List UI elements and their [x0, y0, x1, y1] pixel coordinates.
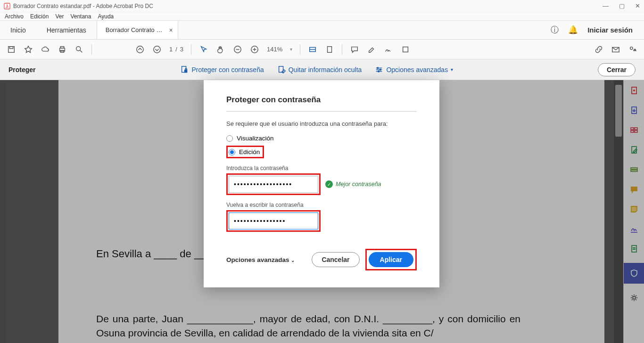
protect-title: Proteger: [8, 66, 36, 74]
save-icon[interactable]: [7, 45, 16, 54]
comment-icon[interactable]: [350, 45, 359, 54]
password-input[interactable]: [229, 176, 318, 193]
protect-close-button[interactable]: Cerrar: [598, 63, 636, 76]
svg-point-28: [380, 69, 381, 70]
check-icon: ✓: [325, 180, 333, 188]
svg-rect-22: [184, 70, 187, 73]
svg-rect-4: [60, 46, 64, 48]
password-protect-dialog: Proteger con contraseña Se requiere que …: [204, 80, 439, 287]
acrobat-icon: [4, 3, 10, 9]
password-strength: ✓ Mejor contraseña: [325, 180, 381, 188]
radio-edicion[interactable]: Edición: [226, 146, 264, 158]
close-window-button[interactable]: ✕: [635, 2, 640, 9]
menubar: Archivo Edición Ver Ventana Ayuda: [0, 12, 644, 21]
radio-visualizacion[interactable]: Visualización: [226, 135, 417, 142]
tab-document[interactable]: Borrador Contrato … ×: [97, 21, 178, 39]
fit-page-icon[interactable]: [325, 45, 334, 54]
chevron-down-icon: ▾: [451, 67, 453, 72]
dialog-subtitle: Se requiere que el usuario introduzca un…: [226, 120, 417, 127]
page-indicator: 1 / 3: [169, 46, 183, 53]
zoom-dropdown-icon[interactable]: ▾: [290, 47, 292, 52]
advanced-options-button[interactable]: Opciones avanzadas ▾: [375, 65, 453, 74]
protect-toolbar: Proteger Proteger con contraseña Quitar …: [0, 59, 644, 80]
cancel-button[interactable]: Cancelar: [312, 252, 359, 267]
zoom-out-icon[interactable]: [233, 45, 242, 54]
svg-rect-17: [403, 47, 408, 52]
tabs-row: Inicio Herramientas Borrador Contrato … …: [0, 21, 644, 40]
dialog-title: Proteger con contraseña: [226, 95, 417, 112]
page-total: 3: [180, 46, 183, 53]
pointer-icon[interactable]: [199, 45, 208, 54]
remove-hidden-info-button[interactable]: Quitar información oculta: [277, 65, 362, 74]
password-repeat-input[interactable]: [229, 212, 318, 229]
main-toolbar: 1 / 3 141% ▾: [0, 40, 644, 59]
tab-inicio[interactable]: Inicio: [0, 21, 36, 39]
label-password-repeat: Vuelva a escribir la contraseña: [226, 202, 417, 208]
help-icon[interactable]: ⓘ: [551, 24, 559, 35]
apply-button[interactable]: Aplicar: [369, 252, 413, 267]
hand-icon[interactable]: [216, 45, 225, 54]
cloud-icon[interactable]: [41, 45, 50, 54]
svg-rect-1: [8, 46, 15, 52]
lock-page-icon: [180, 65, 189, 74]
link-icon[interactable]: [594, 45, 603, 54]
window-title: Borrador Contrato estandar.pdf - Adobe A…: [13, 3, 603, 9]
label-password: Introduzca la contraseña: [226, 165, 417, 172]
page-current: 1: [169, 46, 173, 53]
eraser-page-icon: [277, 65, 286, 74]
svg-point-29: [378, 71, 380, 72]
menu-ver[interactable]: Ver: [55, 13, 64, 20]
tab-herramientas[interactable]: Herramientas: [36, 21, 97, 39]
zoom-in-icon[interactable]: [250, 45, 259, 54]
svg-rect-16: [328, 46, 332, 52]
svg-rect-2: [9, 46, 13, 49]
chevron-down-icon: ⌄: [291, 258, 295, 263]
titlebar: Borrador Contrato estandar.pdf - Adobe A…: [0, 0, 644, 12]
svg-point-27: [377, 67, 379, 69]
radio-icon-selected: [229, 149, 235, 155]
svg-point-6: [76, 46, 81, 50]
bell-icon[interactable]: 🔔: [568, 25, 578, 35]
menu-edicion[interactable]: Edición: [30, 13, 49, 20]
svg-line-7: [80, 50, 83, 52]
protect-password-button[interactable]: Proteger con contraseña: [180, 65, 264, 74]
dialog-advanced-options[interactable]: Opciones avanzadas ⌄: [226, 256, 295, 263]
svg-point-9: [154, 46, 160, 52]
menu-ventana[interactable]: Ventana: [70, 13, 91, 20]
zoom-level[interactable]: 141%: [267, 46, 282, 53]
menu-ayuda[interactable]: Ayuda: [98, 13, 114, 20]
fit-width-icon[interactable]: [308, 45, 317, 54]
star-icon[interactable]: [24, 45, 33, 54]
search-icon[interactable]: [74, 45, 84, 54]
print-icon[interactable]: [58, 45, 67, 54]
page-down-icon[interactable]: [152, 45, 162, 54]
signin-button[interactable]: Iniciar sesión: [587, 26, 633, 34]
svg-point-8: [137, 46, 143, 52]
minimize-button[interactable]: —: [603, 2, 609, 9]
mail-icon[interactable]: [611, 45, 620, 54]
maximize-button[interactable]: ▢: [619, 2, 625, 9]
menu-archivo[interactable]: Archivo: [5, 13, 24, 20]
page-up-icon[interactable]: [135, 45, 145, 54]
highlight-icon[interactable]: [367, 45, 376, 54]
svg-point-19: [630, 47, 633, 49]
tab-document-label: Borrador Contrato …: [106, 26, 163, 33]
stamp-icon[interactable]: [401, 45, 410, 54]
radio-icon: [226, 135, 233, 142]
sliders-icon: [375, 65, 383, 74]
sign-icon[interactable]: [384, 45, 393, 54]
share-icon[interactable]: [628, 45, 637, 54]
tab-close-icon[interactable]: ×: [169, 26, 173, 34]
